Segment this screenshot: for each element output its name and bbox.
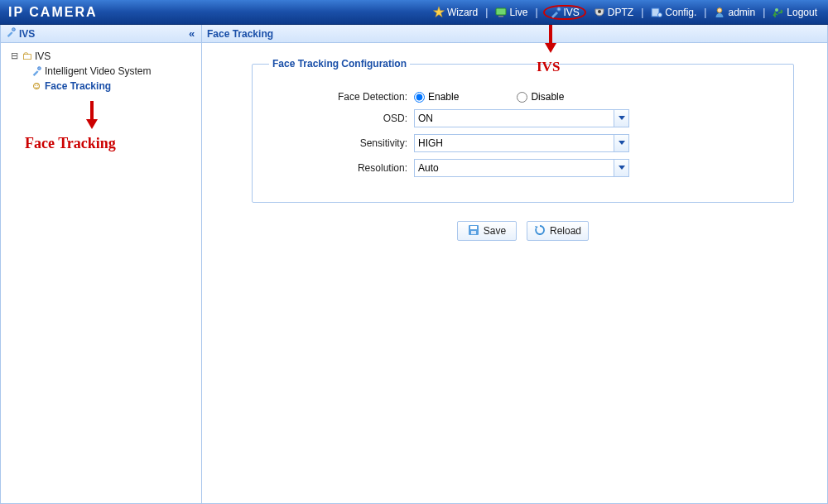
- top-nav: Wizard | Live | IVS: [431, 5, 820, 20]
- svg-marker-0: [433, 7, 444, 17]
- svg-point-6: [658, 12, 662, 17]
- face-tracking-icon: [31, 80, 42, 92]
- nav-ivs[interactable]: IVS: [550, 7, 580, 18]
- label-osd: OSD:: [269, 113, 414, 124]
- nav-separator: |: [485, 7, 488, 18]
- nav-separator: |: [763, 7, 765, 18]
- select-resolution-value: Auto: [418, 162, 439, 174]
- config-icon: [651, 7, 662, 18]
- tools-icon: [31, 65, 42, 77]
- wizard-icon: [433, 7, 445, 18]
- select-osd-value: ON: [418, 113, 433, 124]
- nav-config-label: Config.: [665, 7, 696, 18]
- content-header: Face Tracking: [202, 25, 827, 43]
- radio-enable[interactable]: Enable: [414, 91, 459, 103]
- tools-icon: [6, 27, 16, 40]
- monitor-icon: [495, 7, 507, 18]
- nav-dptz-label: DPTZ: [608, 7, 633, 18]
- row-resolution: Resolution: Auto: [269, 159, 777, 177]
- svg-rect-15: [470, 226, 477, 229]
- svg-rect-16: [471, 231, 476, 234]
- content-title: Face Tracking: [207, 28, 273, 40]
- svg-point-12: [35, 85, 36, 86]
- nav-separator: |: [641, 7, 643, 18]
- save-icon: [468, 224, 479, 238]
- nav-live[interactable]: Live: [493, 5, 530, 20]
- chevron-down-icon: [614, 160, 628, 176]
- tools-icon: [550, 7, 561, 18]
- svg-point-3: [556, 7, 560, 10]
- nav-logout-label: Logout: [787, 7, 817, 18]
- radio-enable-label: Enable: [428, 91, 459, 103]
- nav-logout[interactable]: Logout: [770, 5, 820, 20]
- face-tracking-config-fieldset: Face Tracking Configuration Face Detecti…: [252, 58, 794, 203]
- reload-button-label: Reload: [550, 225, 581, 237]
- svg-rect-2: [498, 16, 503, 17]
- tree-collapse-icon[interactable]: ⊟: [9, 50, 19, 61]
- tree-item-label: Face Tracking: [45, 80, 111, 92]
- select-osd[interactable]: ON: [414, 109, 629, 127]
- radio-disable[interactable]: Disable: [517, 91, 564, 103]
- sidebar-collapse-button[interactable]: «: [185, 27, 196, 40]
- svg-point-10: [38, 67, 41, 70]
- nav-separator: |: [535, 7, 537, 18]
- fieldset-legend: Face Tracking Configuration: [269, 58, 410, 70]
- nav-ivs-label: IVS: [564, 7, 580, 18]
- nav-wizard[interactable]: Wizard: [431, 5, 480, 20]
- chevron-down-icon: [614, 135, 628, 151]
- tree-item-face-tracking[interactable]: Face Tracking: [4, 79, 198, 94]
- radio-disable-input[interactable]: [517, 92, 527, 103]
- camera-dome-icon: [594, 7, 605, 18]
- chevron-down-icon: [614, 110, 628, 127]
- nav-config[interactable]: Config.: [648, 5, 699, 20]
- nav-ivs-highlighted: IVS: [543, 5, 586, 20]
- reload-button[interactable]: Reload: [527, 221, 589, 241]
- label-sensitivity: Sensitivity:: [269, 137, 414, 149]
- svg-point-13: [37, 85, 38, 86]
- save-button[interactable]: Save: [457, 221, 517, 241]
- sidebar-header: IVS «: [1, 25, 201, 43]
- select-sensitivity[interactable]: HIGH: [414, 134, 629, 152]
- svg-rect-1: [496, 8, 506, 15]
- reload-icon: [534, 224, 546, 238]
- tree-item-intelligent-video-system[interactable]: Intelligent Video System: [4, 64, 198, 79]
- nav-separator: |: [704, 7, 706, 18]
- nav-user-label: admin: [728, 7, 755, 18]
- tree-item-label: Intelligent Video System: [45, 65, 152, 77]
- row-sensitivity: Sensitivity: HIGH: [269, 134, 777, 152]
- tree-root-ivs[interactable]: ⊟ 🗀 IVS: [4, 48, 198, 64]
- row-osd: OSD: ON: [269, 109, 777, 127]
- select-sensitivity-value: HIGH: [418, 137, 443, 149]
- select-resolution[interactable]: Auto: [414, 159, 629, 177]
- label-resolution: Resolution:: [269, 162, 414, 174]
- label-face-detection: Face Detection:: [269, 91, 414, 103]
- content-area: Face Tracking Face Tracking Configuratio…: [202, 25, 827, 503]
- svg-point-9: [12, 28, 16, 31]
- app-header: IP CAMERA Wizard | Live |: [0, 0, 828, 25]
- nav-dptz[interactable]: DPTZ: [591, 5, 636, 20]
- svg-point-8: [775, 8, 778, 12]
- left-sidebar: IVS « ⊟ 🗀 IVS Intelligent Video System: [1, 25, 202, 503]
- nav-live-label: Live: [509, 7, 527, 18]
- nav-tree: ⊟ 🗀 IVS Intelligent Video System Face Tr…: [1, 43, 201, 98]
- nav-user-admin[interactable]: admin: [711, 5, 758, 20]
- folder-icon: 🗀: [22, 50, 32, 62]
- app-title: IP CAMERA: [8, 5, 98, 20]
- sidebar-title: IVS: [19, 28, 35, 40]
- nav-wizard-label: Wizard: [447, 7, 478, 18]
- action-buttons: Save Reload: [252, 221, 794, 241]
- row-face-detection: Face Detection: Enable Disable: [269, 91, 777, 103]
- user-icon: [714, 7, 725, 18]
- save-button-label: Save: [484, 225, 506, 237]
- radio-disable-label: Disable: [531, 91, 564, 103]
- svg-point-7: [718, 7, 723, 12]
- tree-root-label: IVS: [35, 50, 51, 62]
- logout-icon: [773, 7, 784, 18]
- svg-point-4: [598, 10, 601, 13]
- radio-enable-input[interactable]: [414, 92, 425, 103]
